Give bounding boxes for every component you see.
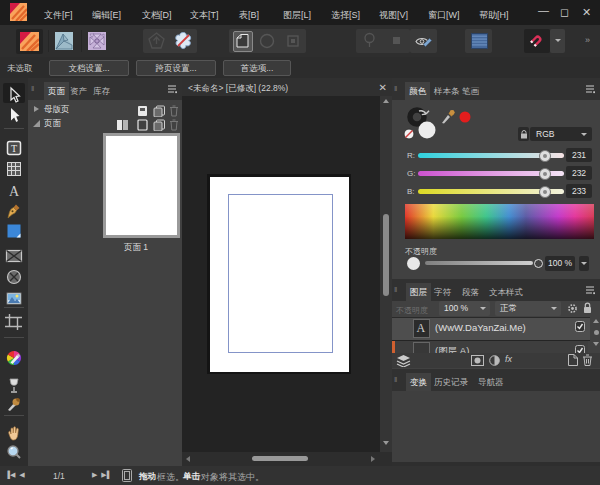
svg-text:A: A <box>9 184 20 199</box>
svg-text:T: T <box>11 143 17 154</box>
